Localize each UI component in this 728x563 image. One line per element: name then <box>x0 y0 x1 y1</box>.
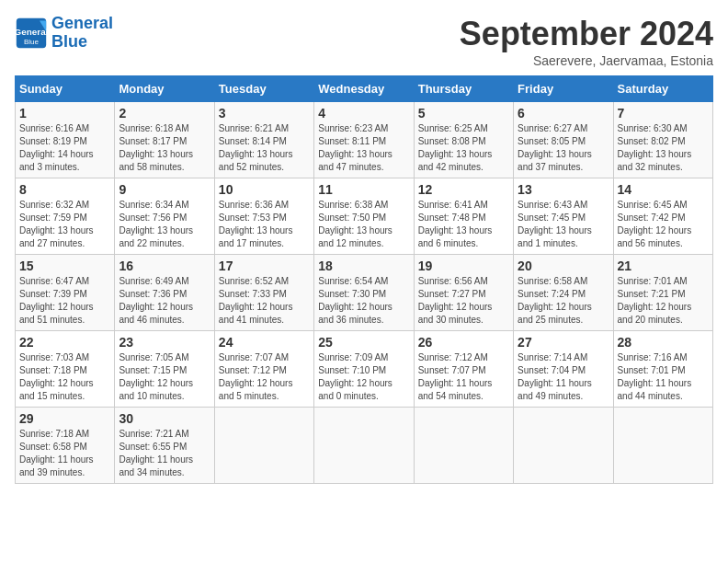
calendar-week-2: 8Sunrise: 6:32 AMSunset: 7:59 PMDaylight… <box>16 178 713 255</box>
day-info: Sunrise: 7:21 AMSunset: 6:55 PMDaylight:… <box>119 428 210 479</box>
calendar-week-5: 29Sunrise: 7:18 AMSunset: 6:58 PMDayligh… <box>16 408 713 484</box>
table-cell: 16Sunrise: 6:49 AMSunset: 7:36 PMDayligh… <box>115 255 214 331</box>
table-cell: 15Sunrise: 6:47 AMSunset: 7:39 PMDayligh… <box>16 255 115 331</box>
day-number: 4 <box>318 106 409 121</box>
day-number: 28 <box>618 335 709 350</box>
table-cell <box>514 408 613 484</box>
logo: General Blue General Blue <box>15 15 113 52</box>
col-wednesday: Wednesday <box>314 76 414 102</box>
day-info: Sunrise: 6:43 AMSunset: 7:45 PMDaylight:… <box>518 199 609 250</box>
day-number: 29 <box>19 411 110 426</box>
calendar-table: Sunday Monday Tuesday Wednesday Thursday… <box>15 75 713 484</box>
table-cell: 11Sunrise: 6:38 AMSunset: 7:50 PMDayligh… <box>314 178 414 255</box>
day-info: Sunrise: 6:36 AMSunset: 7:53 PMDaylight:… <box>219 199 310 250</box>
day-number: 3 <box>219 106 310 121</box>
table-cell <box>314 408 414 484</box>
day-number: 1 <box>19 106 110 121</box>
col-sunday: Sunday <box>16 76 115 102</box>
day-number: 6 <box>518 106 609 121</box>
day-number: 7 <box>618 106 709 121</box>
table-cell: 21Sunrise: 7:01 AMSunset: 7:21 PMDayligh… <box>613 255 712 331</box>
col-tuesday: Tuesday <box>214 76 313 102</box>
day-info: Sunrise: 6:49 AMSunset: 7:36 PMDaylight:… <box>119 275 210 327</box>
table-cell: 1Sunrise: 6:16 AMSunset: 8:19 PMDaylight… <box>16 102 115 178</box>
table-cell: 22Sunrise: 7:03 AMSunset: 7:18 PMDayligh… <box>16 331 115 408</box>
day-number: 23 <box>119 335 210 350</box>
col-saturday: Saturday <box>613 76 712 102</box>
day-info: Sunrise: 6:38 AMSunset: 7:50 PMDaylight:… <box>318 199 409 250</box>
table-cell: 13Sunrise: 6:43 AMSunset: 7:45 PMDayligh… <box>514 178 613 255</box>
col-thursday: Thursday <box>414 76 513 102</box>
day-info: Sunrise: 6:41 AMSunset: 7:48 PMDaylight:… <box>418 199 509 250</box>
table-cell: 5Sunrise: 6:25 AMSunset: 8:08 PMDaylight… <box>414 102 513 178</box>
day-info: Sunrise: 6:21 AMSunset: 8:14 PMDaylight:… <box>219 122 310 174</box>
day-info: Sunrise: 7:18 AMSunset: 6:58 PMDaylight:… <box>19 428 110 479</box>
table-cell: 24Sunrise: 7:07 AMSunset: 7:12 PMDayligh… <box>214 331 313 408</box>
table-cell: 2Sunrise: 6:18 AMSunset: 8:17 PMDaylight… <box>115 102 214 178</box>
day-number: 16 <box>119 259 210 273</box>
day-number: 8 <box>19 182 110 197</box>
table-cell: 7Sunrise: 6:30 AMSunset: 8:02 PMDaylight… <box>613 102 712 178</box>
calendar-week-4: 22Sunrise: 7:03 AMSunset: 7:18 PMDayligh… <box>16 331 713 408</box>
table-cell: 6Sunrise: 6:27 AMSunset: 8:05 PMDaylight… <box>514 102 613 178</box>
day-number: 24 <box>219 335 310 350</box>
day-info: Sunrise: 6:52 AMSunset: 7:33 PMDaylight:… <box>219 275 310 327</box>
day-number: 19 <box>418 259 509 273</box>
logo-icon: General Blue <box>15 17 48 50</box>
title-block: September 2024 Saerevere, Jaervamaa, Est… <box>460 15 713 68</box>
day-number: 11 <box>318 182 409 197</box>
day-info: Sunrise: 6:30 AMSunset: 8:02 PMDaylight:… <box>618 122 709 174</box>
day-number: 17 <box>219 259 310 273</box>
day-info: Sunrise: 6:45 AMSunset: 7:42 PMDaylight:… <box>618 199 709 250</box>
header-row: Sunday Monday Tuesday Wednesday Thursday… <box>16 76 713 102</box>
table-cell: 4Sunrise: 6:23 AMSunset: 8:11 PMDaylight… <box>314 102 414 178</box>
day-number: 9 <box>119 182 210 197</box>
day-number: 13 <box>518 182 609 197</box>
day-number: 2 <box>119 106 210 121</box>
logo-text2: Blue <box>51 33 113 52</box>
day-info: Sunrise: 7:01 AMSunset: 7:21 PMDaylight:… <box>618 275 709 327</box>
table-cell <box>414 408 513 484</box>
table-cell <box>214 408 313 484</box>
day-info: Sunrise: 7:07 AMSunset: 7:12 PMDaylight:… <box>219 351 310 403</box>
day-info: Sunrise: 6:32 AMSunset: 7:59 PMDaylight:… <box>19 199 110 250</box>
table-cell: 28Sunrise: 7:16 AMSunset: 7:01 PMDayligh… <box>613 331 712 408</box>
day-number: 15 <box>19 259 110 273</box>
day-number: 5 <box>418 106 509 121</box>
day-info: Sunrise: 6:27 AMSunset: 8:05 PMDaylight:… <box>518 122 609 174</box>
day-number: 21 <box>618 259 709 273</box>
table-cell: 26Sunrise: 7:12 AMSunset: 7:07 PMDayligh… <box>414 331 513 408</box>
day-number: 30 <box>119 411 210 426</box>
col-monday: Monday <box>115 76 214 102</box>
table-cell: 19Sunrise: 6:56 AMSunset: 7:27 PMDayligh… <box>414 255 513 331</box>
location-subtitle: Saerevere, Jaervamaa, Estonia <box>460 53 713 68</box>
table-cell: 27Sunrise: 7:14 AMSunset: 7:04 PMDayligh… <box>514 331 613 408</box>
day-number: 26 <box>418 335 509 350</box>
table-cell: 12Sunrise: 6:41 AMSunset: 7:48 PMDayligh… <box>414 178 513 255</box>
day-number: 25 <box>318 335 409 350</box>
table-cell: 3Sunrise: 6:21 AMSunset: 8:14 PMDaylight… <box>214 102 313 178</box>
table-cell: 18Sunrise: 6:54 AMSunset: 7:30 PMDayligh… <box>314 255 414 331</box>
table-cell: 23Sunrise: 7:05 AMSunset: 7:15 PMDayligh… <box>115 331 214 408</box>
table-cell: 20Sunrise: 6:58 AMSunset: 7:24 PMDayligh… <box>514 255 613 331</box>
page-header: General Blue General Blue September 2024… <box>15 15 713 68</box>
day-info: Sunrise: 6:47 AMSunset: 7:39 PMDaylight:… <box>19 275 110 327</box>
day-info: Sunrise: 6:54 AMSunset: 7:30 PMDaylight:… <box>318 275 409 327</box>
table-cell: 9Sunrise: 6:34 AMSunset: 7:56 PMDaylight… <box>115 178 214 255</box>
calendar-week-1: 1Sunrise: 6:16 AMSunset: 8:19 PMDaylight… <box>16 102 713 178</box>
day-info: Sunrise: 6:58 AMSunset: 7:24 PMDaylight:… <box>518 275 609 327</box>
day-number: 10 <box>219 182 310 197</box>
day-info: Sunrise: 6:18 AMSunset: 8:17 PMDaylight:… <box>119 122 210 174</box>
day-info: Sunrise: 7:14 AMSunset: 7:04 PMDaylight:… <box>518 351 609 403</box>
col-friday: Friday <box>514 76 613 102</box>
table-cell: 10Sunrise: 6:36 AMSunset: 7:53 PMDayligh… <box>214 178 313 255</box>
day-number: 12 <box>418 182 509 197</box>
svg-text:General: General <box>15 27 48 37</box>
table-cell: 29Sunrise: 7:18 AMSunset: 6:58 PMDayligh… <box>16 408 115 484</box>
day-number: 18 <box>318 259 409 273</box>
day-number: 20 <box>518 259 609 273</box>
day-info: Sunrise: 6:56 AMSunset: 7:27 PMDaylight:… <box>418 275 509 327</box>
table-cell: 14Sunrise: 6:45 AMSunset: 7:42 PMDayligh… <box>613 178 712 255</box>
day-number: 22 <box>19 335 110 350</box>
day-info: Sunrise: 6:34 AMSunset: 7:56 PMDaylight:… <box>119 199 210 250</box>
